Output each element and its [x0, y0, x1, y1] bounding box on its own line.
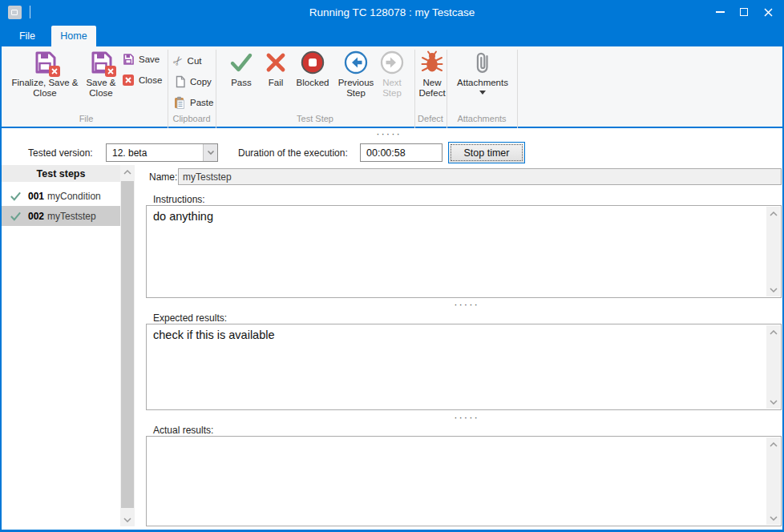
tested-version-label: Tested version: [28, 143, 93, 162]
scroll-up-button[interactable] [766, 437, 780, 451]
fail-button[interactable]: Fail [261, 50, 290, 109]
fail-x-icon [263, 50, 289, 75]
dropdown-arrow-icon [479, 91, 486, 95]
chevron-down-icon [770, 400, 778, 405]
instructions-textarea[interactable]: do anything [146, 205, 782, 298]
chevron-down-icon [123, 518, 131, 522]
test-step-row-001[interactable]: 001 myCondition [2, 186, 120, 206]
scroll-down-button[interactable] [766, 395, 780, 409]
combo-chevron-button[interactable] [203, 144, 217, 161]
pass-check-icon [228, 50, 254, 75]
paperclip-icon [472, 50, 493, 75]
save-floppy-icon [122, 53, 135, 66]
next-step-label: Next Step [375, 78, 409, 99]
scrollbar-thumb[interactable] [121, 181, 134, 508]
test-step-row-002[interactable]: 002 myTeststep [2, 206, 120, 226]
splitter-handle[interactable]: ····· [369, 131, 409, 137]
tested-version-select[interactable]: 12. beta [106, 143, 218, 162]
expected-results-textarea[interactable]: check if this is available [146, 324, 782, 410]
paste-label: Paste [190, 98, 213, 107]
cut-button[interactable]: ✂ Cut [173, 53, 201, 69]
save-floppy-x-icon [88, 50, 114, 75]
duration-label: Duration of the execution: [238, 143, 348, 162]
scroll-down-button[interactable] [766, 511, 780, 525]
instructions-text: do anything [153, 210, 762, 223]
copy-label: Copy [190, 77, 212, 87]
actual-results-textarea[interactable] [146, 436, 782, 526]
save-button[interactable]: Save [122, 51, 160, 67]
paste-button[interactable]: Paste [173, 95, 213, 111]
scroll-up-button[interactable] [120, 165, 135, 179]
execution-toolbar: ····· Tested version: 12. beta Duration … [2, 128, 782, 165]
test-steps-scrollbar[interactable] [120, 165, 135, 526]
close-window-button[interactable] [756, 0, 780, 24]
copy-icon [173, 75, 186, 88]
save-and-close-button[interactable]: Save & Close [79, 50, 123, 109]
tab-home[interactable]: Home [51, 26, 96, 46]
next-step-button-disabled: Next Step [375, 50, 409, 109]
scissors-icon: ✂ [169, 52, 187, 69]
expected-results-scrollbar[interactable] [766, 325, 780, 409]
maximize-button[interactable] [732, 0, 756, 24]
file-group-caption: File [5, 114, 168, 125]
close-label: Close [139, 75, 162, 85]
titlebar: Running TC 128078 : my Testcase [2, 0, 782, 24]
scroll-down-button[interactable] [766, 283, 780, 296]
blocked-button[interactable]: Blocked [292, 50, 333, 109]
tested-version-value: 12. beta [107, 147, 203, 159]
test-steps-panel: Test steps 001 myCondition 002 myTestste… [2, 165, 120, 526]
save-and-close-label: Save & Close [79, 78, 123, 99]
expected-results-label: Expected results: [153, 312, 227, 324]
ribbon-tab-row: File Home [2, 24, 782, 46]
chevron-up-icon [123, 170, 131, 175]
test-steps-header: Test steps [2, 165, 120, 182]
scroll-up-button[interactable] [766, 325, 780, 339]
copy-button[interactable]: Copy [173, 74, 212, 90]
app-window: Running TC 128078 : my Testcase File Hom… [0, 0, 784, 532]
splitter-handle[interactable]: ····· [447, 414, 487, 421]
ribbon: Finalize, Save & Close Save & Close Save… [2, 46, 782, 128]
x-badge-icon [105, 66, 116, 77]
previous-step-label: Previous Step [337, 78, 375, 99]
passed-check-icon [10, 190, 22, 202]
scroll-up-button[interactable] [766, 207, 780, 220]
instructions-label: Instructions: [153, 194, 205, 205]
name-field[interactable] [178, 168, 782, 185]
next-arrow-icon [379, 50, 405, 75]
app-icon[interactable] [8, 6, 22, 19]
clipboard-group-caption: Clipboard [168, 114, 216, 125]
step-name: myCondition [47, 191, 101, 202]
instructions-scrollbar[interactable] [766, 207, 780, 296]
scroll-down-button[interactable] [120, 513, 135, 526]
previous-arrow-icon [343, 50, 369, 75]
app-window-icon [11, 10, 18, 15]
close-button[interactable]: Close [122, 72, 162, 88]
tab-file[interactable]: File [6, 26, 48, 46]
pass-button[interactable]: Pass [227, 50, 256, 109]
fail-label: Fail [269, 78, 284, 88]
window-controls [708, 0, 780, 24]
defect-group-caption: Defect [414, 114, 447, 125]
step-name: myTeststep [47, 211, 96, 222]
previous-step-button[interactable]: Previous Step [337, 50, 375, 109]
chevron-down-icon [770, 288, 778, 292]
finalize-save-close-button[interactable]: Finalize, Save & Close [8, 50, 82, 109]
finalize-save-close-label: Finalize, Save & Close [8, 78, 82, 99]
test-step-group-caption: Test Step [216, 114, 414, 125]
splitter-handle[interactable]: ····· [447, 301, 487, 308]
maximize-icon [740, 8, 748, 16]
chevron-up-icon [770, 212, 778, 216]
attachments-button[interactable]: Attachments [449, 50, 516, 109]
new-defect-button[interactable]: New Defect [414, 50, 450, 109]
duration-field[interactable] [360, 143, 443, 162]
minimize-icon [716, 11, 725, 13]
blocked-stop-icon [300, 50, 325, 75]
blocked-label: Blocked [297, 78, 329, 88]
actual-results-scrollbar[interactable] [766, 437, 780, 525]
stop-timer-button[interactable]: Stop timer [448, 142, 525, 163]
passed-check-icon [10, 210, 22, 222]
save-floppy-x-icon [32, 50, 58, 75]
pass-label: Pass [231, 78, 252, 88]
bug-icon [420, 50, 444, 75]
minimize-button[interactable] [708, 0, 732, 24]
